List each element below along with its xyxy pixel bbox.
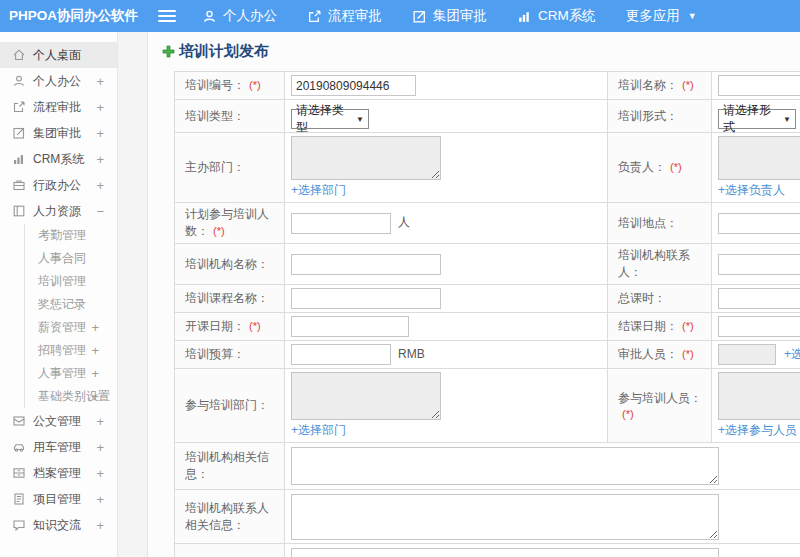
unit-label: 人 [398, 215, 410, 229]
start-date-input[interactable] [291, 316, 409, 337]
unit-label: RMB [398, 347, 425, 361]
total-hours-input[interactable] [718, 288, 800, 309]
sidebar-item-human-resources[interactable]: 人力资源 − [0, 198, 117, 224]
expand-toggle[interactable]: + [96, 466, 104, 481]
expand-toggle[interactable]: + [96, 126, 104, 141]
sidebar-item-personal-office[interactable]: 个人办公 + [0, 68, 117, 94]
book-icon [12, 204, 26, 218]
pick-join-depts-link[interactable]: +选择部门 [291, 422, 346, 439]
sidebar-label: 招聘管理 [38, 342, 86, 359]
sidebar-item-reward-punish[interactable]: 奖惩记录 [25, 293, 117, 316]
training-number-input[interactable] [291, 75, 416, 96]
hamburger-menu-icon[interactable] [158, 7, 176, 25]
requirements-textarea[interactable] [291, 548, 719, 557]
training-type-select[interactable]: 请选择类型 ▼ [291, 109, 369, 129]
field-label-total-hours: 总课时： [608, 285, 712, 313]
sidebar-item-admin-office[interactable]: 行政办公 + [0, 172, 117, 198]
required-mark: (*) [682, 348, 694, 360]
sidebar-item-flow-approval[interactable]: 流程审批 + [0, 94, 117, 120]
required-mark: (*) [249, 79, 261, 91]
field-label-planned-count: 计划参与培训人数：(*) [175, 203, 285, 244]
sidebar-item-personal-desktop[interactable]: 个人桌面 [0, 42, 117, 68]
sidebar-label: 用车管理 [33, 439, 81, 456]
sidebar-item-base-category[interactable]: 基础类别设置 + [25, 385, 117, 408]
pick-host-dept-link[interactable]: +选择部门 [291, 182, 346, 199]
sidebar-item-document-mgmt[interactable]: 公文管理 + [0, 408, 117, 434]
topnav-more-apps[interactable]: 更多应用 ▼ [626, 7, 697, 25]
org-name-input[interactable] [291, 254, 441, 275]
planned-count-input[interactable] [291, 213, 391, 234]
sidebar-item-crm-system[interactable]: CRM系统 + [0, 146, 117, 172]
topnav-label: 更多应用 [626, 7, 680, 25]
hr-submenu: 考勤管理 人事合同 培训管理 奖惩记录 薪资管理 + 招聘管理 + [24, 224, 117, 408]
sidebar-label: 奖惩记录 [38, 296, 86, 313]
expand-toggle[interactable]: + [91, 366, 99, 381]
sidebar-item-knowledge-exchange[interactable]: 知识交流 + [0, 512, 117, 538]
host-dept-textarea[interactable] [291, 136, 441, 180]
topnav-personal-office[interactable]: 个人办公 [202, 7, 277, 25]
training-mode-select[interactable]: 请选择形式 ▼ [718, 109, 796, 129]
sidebar-item-vehicle-mgmt[interactable]: 用车管理 + [0, 434, 117, 460]
topbar: PHPOA协同办公软件 个人办公 流程审批 集团审批 CRM系统 更多应用 ▼ [0, 0, 800, 32]
approver-input[interactable] [718, 344, 776, 365]
location-input[interactable] [718, 213, 800, 234]
sidebar-item-archive-mgmt[interactable]: 档案管理 + [0, 460, 117, 486]
join-people-textarea[interactable] [718, 372, 800, 420]
sidebar-item-group-approval[interactable]: 集团审批 + [0, 120, 117, 146]
edit-square-icon [12, 126, 26, 140]
expand-toggle[interactable]: + [96, 518, 104, 533]
sidebar-label: 档案管理 [33, 465, 81, 482]
budget-input[interactable] [291, 344, 391, 365]
training-name-input[interactable] [718, 75, 800, 96]
field-label-end-date: 结课日期：(*) [608, 313, 712, 341]
required-mark: (*) [670, 161, 682, 173]
sidebar-label: 培训管理 [38, 273, 86, 290]
org-contact-info-textarea[interactable] [291, 494, 719, 540]
sidebar-item-project-mgmt[interactable]: 项目管理 + [0, 486, 117, 512]
expand-toggle[interactable]: + [96, 100, 104, 115]
sidebar-label: 人事管理 [38, 365, 86, 382]
org-contact-input[interactable] [718, 254, 800, 275]
topnav-crm-system[interactable]: CRM系统 [517, 7, 596, 25]
expand-toggle[interactable]: + [96, 152, 104, 167]
sidebar-item-attendance-mgmt[interactable]: 考勤管理 [25, 224, 117, 247]
collapse-toggle[interactable]: − [96, 204, 104, 219]
org-info-textarea[interactable] [291, 447, 719, 485]
course-name-input[interactable] [291, 288, 441, 309]
expand-toggle[interactable]: + [91, 389, 99, 404]
expand-toggle[interactable]: + [91, 343, 99, 358]
field-label-host-dept: 主办部门： [175, 133, 285, 203]
field-label-location: 培训地点： [608, 203, 712, 244]
sidebar-item-recruit-mgmt[interactable]: 招聘管理 + [25, 339, 117, 362]
leader-textarea[interactable] [718, 136, 800, 180]
join-depts-textarea[interactable] [291, 372, 441, 420]
topnav-flow-approval[interactable]: 流程审批 [307, 7, 382, 25]
end-date-input[interactable] [718, 316, 800, 337]
expand-toggle[interactable]: + [96, 178, 104, 193]
sidebar-label: 人事合同 [38, 250, 86, 267]
sidebar-item-salary-mgmt[interactable]: 薪资管理 + [25, 316, 117, 339]
sidebar-gutter [118, 32, 148, 557]
field-label-join-depts: 参与培训部门： [175, 369, 285, 443]
sidebar-item-hr-contract[interactable]: 人事合同 [25, 247, 117, 270]
expand-toggle[interactable]: + [91, 320, 99, 335]
pick-leader-link[interactable]: +选择负责人 [718, 182, 785, 199]
topnav-group-approval[interactable]: 集团审批 [412, 7, 487, 25]
chat-icon [12, 518, 26, 532]
bar-chart-icon [517, 9, 532, 24]
expand-toggle[interactable]: + [96, 440, 104, 455]
pick-approver-link[interactable]: +选择审批人员 [784, 346, 800, 363]
topnav-label: 个人办公 [223, 7, 277, 25]
expand-toggle[interactable]: + [96, 414, 104, 429]
sidebar-item-training-mgmt[interactable]: 培训管理 [25, 270, 117, 293]
car-icon [12, 440, 26, 454]
pick-join-people-link[interactable]: +选择参与人员 [718, 422, 797, 439]
field-label-training-mode: 培训形式： [608, 100, 712, 133]
expand-toggle[interactable]: + [96, 74, 104, 89]
sidebar-label: 行政办公 [33, 177, 81, 194]
field-label-join-people: 参与培训人员：(*) [608, 369, 712, 443]
sidebar-item-personnel-mgmt[interactable]: 人事管理 + [25, 362, 117, 385]
app-brand: PHPOA协同办公软件 [0, 7, 148, 25]
sidebar-label: 知识交流 [33, 517, 81, 534]
expand-toggle[interactable]: + [96, 492, 104, 507]
